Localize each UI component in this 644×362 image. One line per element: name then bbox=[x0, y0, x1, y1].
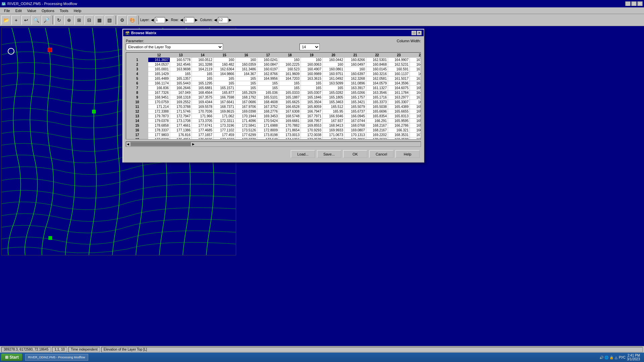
table-row[interactable]: 9168.9451168.1318167.3575166.7598168.179… bbox=[126, 95, 421, 100]
cell-r18-c22[interactable]: 170.2633 bbox=[366, 137, 388, 140]
dialog-close-button[interactable]: × bbox=[417, 31, 422, 35]
cell-r17-c17[interactable]: 173.8198 bbox=[257, 133, 279, 137]
cell-r6-c15[interactable]: 165 bbox=[214, 81, 235, 86]
cell-r13-c15[interactable]: 171.062 bbox=[214, 114, 235, 119]
cell-r12-c23[interactable]: 165.6655 bbox=[388, 109, 410, 114]
cell-r9-c17[interactable]: 165.5101 bbox=[257, 95, 279, 100]
cell-r10-c17[interactable]: 168.4608 bbox=[257, 100, 279, 105]
cell-r11-c22[interactable]: 165.5038 bbox=[366, 105, 388, 109]
cell-r8-c18[interactable]: 165.0333 bbox=[279, 90, 301, 95]
menu-edit[interactable]: Edit bbox=[13, 8, 24, 13]
cell-r17-c18[interactable]: 173.0013 bbox=[279, 133, 301, 137]
menu-options[interactable]: Options bbox=[39, 8, 57, 13]
table-row[interactable]: 14179.0378173.1708173.3705172.3311171.40… bbox=[126, 119, 421, 123]
cell-r17-c12[interactable]: 177.9803 bbox=[148, 133, 170, 137]
cell-r12-c19[interactable]: 166.7947 bbox=[301, 109, 323, 114]
parameter-select[interactable]: Elevation of the Layer Top bbox=[126, 44, 223, 50]
cell-r3-c14[interactable]: 164.2119 bbox=[192, 67, 214, 72]
cell-r5-c19[interactable]: 163.3615 bbox=[301, 76, 323, 81]
zoom-in-button[interactable]: 🔍 bbox=[32, 15, 41, 25]
cell-r15-c24[interactable]: 165.8559 bbox=[410, 123, 421, 128]
cell-r4-c12[interactable]: 165.1429 bbox=[148, 72, 170, 76]
cell-r17-c24[interactable]: 167.3372 bbox=[410, 133, 421, 137]
cell-r16-c24[interactable]: 166.2628 bbox=[410, 128, 421, 133]
ok-button[interactable]: OK bbox=[343, 150, 367, 158]
add-button[interactable]: + bbox=[11, 15, 21, 25]
cell-r6-c12[interactable]: 166.1174 bbox=[148, 81, 170, 86]
cell-r16-c19[interactable]: 170.9293 bbox=[301, 128, 323, 133]
cell-r4-c18[interactable]: 161.9609 bbox=[279, 72, 301, 76]
table-row[interactable]: 5165.4489165.1357165165165164.9956164.72… bbox=[126, 76, 421, 81]
cell-r13-c20[interactable]: 166.9346 bbox=[323, 114, 344, 119]
table-row[interactable]: 13179.7873172.7947171.966171.062170.1944… bbox=[126, 114, 421, 119]
cell-r3-c19[interactable]: 160.4907 bbox=[301, 67, 323, 72]
cell-r16-c18[interactable]: 171.8654 bbox=[279, 128, 301, 133]
cell-r10-c19[interactable]: 165.3504 bbox=[301, 100, 323, 105]
cell-r1-c19[interactable]: 160 bbox=[301, 58, 323, 62]
cell-r14-c18[interactable]: 169.6681 bbox=[279, 119, 301, 123]
cell-r5-c18[interactable]: 164.7203 bbox=[279, 76, 301, 81]
table-row[interactable]: 10170.0759169.2552169.4344167.6641167.06… bbox=[126, 100, 421, 105]
cell-r10-c18[interactable]: 165.6625 bbox=[279, 100, 301, 105]
cell-r12-c22[interactable]: 165.6696 bbox=[366, 109, 388, 114]
cell-r13-c19[interactable]: 167.7971 bbox=[301, 114, 323, 119]
menu-file[interactable]: File bbox=[1, 8, 13, 13]
cell-r6-c13[interactable]: 165.5443 bbox=[170, 81, 192, 86]
cell-r1-c12[interactable]: 161.3607 bbox=[148, 58, 170, 62]
cell-r9-c22[interactable]: 165.1716 bbox=[366, 95, 388, 100]
save-button[interactable]: Save... bbox=[317, 150, 341, 158]
cell-r17-c13[interactable]: 176.816 bbox=[170, 133, 192, 137]
cell-r1-c17[interactable]: 160.0241 bbox=[257, 58, 279, 62]
menu-value[interactable]: Value bbox=[24, 8, 39, 13]
menu-tools[interactable]: Tools bbox=[57, 8, 71, 13]
scroll-thumb[interactable] bbox=[130, 142, 191, 146]
cell-r6-c16[interactable]: 165 bbox=[235, 81, 257, 86]
cell-r17-c22[interactable]: 169.2202 bbox=[366, 133, 388, 137]
cell-r10-c15[interactable]: 167.6641 bbox=[214, 100, 235, 105]
cell-r9-c19[interactable]: 165.1846 bbox=[301, 95, 323, 100]
cell-r15-c17[interactable]: 171.6988 bbox=[257, 123, 279, 128]
cell-r17-c23[interactable]: 168.3531 bbox=[388, 133, 410, 137]
cell-r8-c24[interactable]: 164.7066 bbox=[410, 90, 421, 95]
cell-r11-c23[interactable]: 165.4389 bbox=[388, 105, 410, 109]
cell-r11-c14[interactable]: 169.5578 bbox=[192, 105, 214, 109]
cell-r1-c15[interactable]: 160 bbox=[214, 58, 235, 62]
cell-r17-c14[interactable]: 177.1657 bbox=[192, 133, 214, 137]
cell-r7-c20[interactable]: 165 bbox=[323, 86, 344, 90]
table-row[interactable]: 8167.7326167.049168.4564165.877165.29291… bbox=[126, 90, 421, 95]
table-row[interactable]: 2164.0537162.4546161.3288160.482160.0359… bbox=[126, 62, 421, 67]
cell-r5-c20[interactable]: 161.0492 bbox=[323, 76, 344, 81]
zoom-out-button[interactable]: 🔎 bbox=[42, 15, 51, 25]
cell-r10-c14[interactable]: 169.4344 bbox=[192, 100, 214, 105]
cell-r10-c21[interactable]: 165.3421 bbox=[344, 100, 366, 105]
col-input[interactable]: 12 bbox=[218, 17, 228, 23]
cell-r10-c24[interactable]: 163.066 bbox=[410, 100, 421, 105]
cell-r7-c24[interactable]: 165.8427 bbox=[410, 86, 421, 90]
cell-r5-c12[interactable]: 165.4489 bbox=[148, 76, 170, 81]
cell-r1-c18[interactable]: 160 bbox=[279, 58, 301, 62]
cell-r5-c21[interactable]: 162.3268 bbox=[344, 76, 366, 81]
table-row[interactable]: 7166.836166.2646165.6881165.157116516516… bbox=[126, 86, 421, 90]
cell-r5-c14[interactable]: 165 bbox=[192, 76, 214, 81]
taskbar-modflow[interactable]: RIVER_ODINZ.PM5 - Processing Modflow bbox=[25, 354, 88, 361]
cell-r17-c20[interactable]: 171.0673 bbox=[323, 133, 344, 137]
cell-r9-c15[interactable]: 166.7598 bbox=[214, 95, 235, 100]
cell-r4-c14[interactable]: 165 bbox=[192, 72, 214, 76]
cell-r13-c17[interactable]: 169.3453 bbox=[257, 114, 279, 119]
cell-r16-c12[interactable]: 178.3337 bbox=[148, 128, 170, 133]
cell-r15-c19[interactable]: 169.8553 bbox=[301, 123, 323, 128]
cell-r7-c16[interactable]: 165 bbox=[235, 86, 257, 90]
cell-r12-c16[interactable]: 169.0398 bbox=[235, 109, 257, 114]
table-row[interactable]: 6166.1174165.5443165.1295165165165165165… bbox=[126, 81, 421, 86]
table-row[interactable]: 15178.6858177.4661177.6741173.3196172.58… bbox=[126, 123, 421, 128]
cancel-button[interactable]: Cancel bbox=[369, 150, 393, 158]
open-button[interactable]: 📂 bbox=[1, 15, 11, 25]
start-button[interactable]: ⊞ Start bbox=[1, 354, 22, 361]
cell-r4-c22[interactable]: 160.3216 bbox=[366, 72, 388, 76]
cell-r13-c18[interactable]: 168.5748 bbox=[279, 114, 301, 119]
cell-r14-c20[interactable]: 167.937 bbox=[323, 119, 344, 123]
cell-r13-c24[interactable]: 165.8271 bbox=[410, 114, 421, 119]
table-row[interactable]: 12172.3388171.5746170.7036169.8615169.03… bbox=[126, 109, 421, 114]
cell-r11-c19[interactable]: 165.8059 bbox=[301, 105, 323, 109]
cell-r8-c21[interactable]: 165.0266 bbox=[344, 90, 366, 95]
